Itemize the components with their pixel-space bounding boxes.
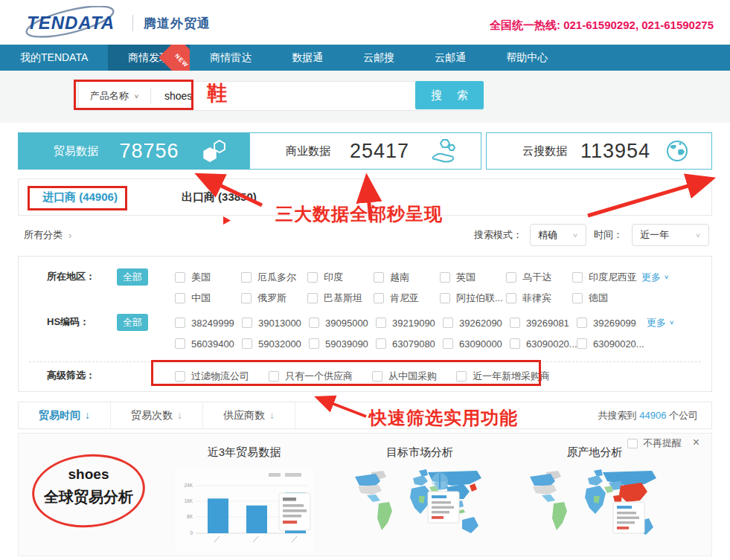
region-checkbox[interactable]: 巴基斯坦: [307, 288, 374, 309]
region-checkbox[interactable]: 英国: [440, 267, 506, 288]
hs-checkbox[interactable]: 39262090: [443, 312, 510, 333]
nav-item-mail-search[interactable]: 云邮搜: [343, 45, 414, 71]
hs-checkbox[interactable]: 59039090: [309, 333, 376, 354]
sort-trade-count[interactable]: 贸易次数↓: [111, 402, 203, 428]
chevron-down-icon: ∨: [134, 93, 139, 100]
checkbox[interactable]: [572, 272, 583, 283]
nav-item-data[interactable]: 数据通: [272, 45, 343, 71]
nav-item-discovery[interactable]: 商情发现 NEW: [108, 45, 190, 71]
brand-name: 腾道外贸通: [144, 15, 211, 32]
region-all-button[interactable]: 全部: [117, 268, 148, 286]
nav-item-my-tendata[interactable]: 我的TENDATA: [0, 45, 108, 71]
search-button[interactable]: 搜 索: [415, 81, 484, 109]
checkbox[interactable]: [307, 293, 318, 303]
advanced-checkbox[interactable]: 只有一个供应商: [269, 366, 353, 387]
region-checkbox[interactable]: 菲律宾: [506, 288, 572, 309]
hs-checkbox[interactable]: 39219090: [376, 312, 443, 333]
checkbox[interactable]: [307, 272, 318, 283]
checkbox[interactable]: [456, 371, 467, 382]
search-mode-label: 搜索模式：: [474, 228, 522, 242]
region-checkbox[interactable]: 阿拉伯联...: [440, 288, 506, 309]
sort-supplier-count[interactable]: 供应商数↓: [203, 402, 295, 428]
region-checkbox[interactable]: 印度尼西亚: [572, 267, 638, 288]
region-checkbox[interactable]: 乌干达: [506, 267, 572, 288]
checkbox[interactable]: [372, 371, 382, 382]
search-mode-select[interactable]: 精确 ∨: [530, 224, 586, 246]
checkbox[interactable]: [577, 318, 587, 328]
checkbox[interactable]: [241, 293, 252, 303]
region-checkbox[interactable]: 美国: [175, 267, 241, 288]
breadcrumb[interactable]: 所有分类 ›: [24, 228, 71, 242]
card-business-data[interactable]: 商业数据 25417: [249, 132, 481, 170]
region-checkbox[interactable]: 越南: [374, 267, 440, 288]
hs-checkbox[interactable]: 63090020...: [577, 333, 644, 354]
hs-checkbox[interactable]: 63090000: [443, 333, 510, 354]
checkbox[interactable]: [510, 338, 520, 349]
hs-checkbox[interactable]: 63090020...: [510, 333, 577, 354]
region-checkbox[interactable]: 印度: [307, 267, 374, 288]
checkbox-label: 近一年新增采购商: [473, 370, 550, 383]
tab-importers[interactable]: 进口商 (44906): [42, 190, 118, 205]
checkbox[interactable]: [506, 293, 516, 303]
checkbox[interactable]: [510, 318, 520, 328]
hs-checkbox[interactable]: 39013000: [242, 312, 309, 333]
region-checkbox[interactable]: 厄瓜多尔: [241, 267, 307, 288]
time-select[interactable]: 近一年 ∨: [632, 224, 709, 246]
checkbox-label: 59032000: [258, 338, 301, 350]
checkbox[interactable]: [242, 338, 252, 349]
search-category-dropdown[interactable]: 产品名称 ∨: [79, 89, 150, 103]
region-checkbox[interactable]: 中国: [175, 288, 241, 309]
hs-checkbox[interactable]: 63079080: [376, 333, 443, 354]
close-icon[interactable]: ×: [693, 436, 699, 449]
checkbox[interactable]: [241, 272, 252, 283]
trade-3y-bar-chart: 24K 16K 8K 0: [175, 466, 313, 551]
hs-checkbox[interactable]: 56039400: [175, 333, 242, 354]
logo[interactable]: TENDATA 腾道外贸通: [21, 5, 214, 41]
checkbox[interactable]: [175, 338, 185, 349]
time-label: 时间：: [594, 228, 623, 242]
region-more-link[interactable]: 更多∨: [641, 267, 669, 288]
checkbox[interactable]: [309, 338, 319, 349]
checkbox[interactable]: [374, 272, 384, 283]
checkbox[interactable]: [309, 318, 319, 328]
checkbox[interactable]: [175, 371, 185, 382]
advanced-checkbox[interactable]: 近一年新增采购商: [456, 366, 550, 387]
checkbox[interactable]: [572, 293, 583, 303]
checkbox[interactable]: [376, 318, 386, 328]
region-checkbox[interactable]: 德国: [572, 288, 638, 309]
checkbox-label: 英国: [456, 271, 476, 284]
hs-checkbox[interactable]: 39269081: [510, 312, 577, 333]
checkbox[interactable]: [175, 318, 185, 328]
card-cloud-search-data[interactable]: 云搜数据 113954: [486, 132, 712, 170]
hs-checkbox[interactable]: 39095000: [309, 312, 376, 333]
nav-item-mail[interactable]: 云邮通: [414, 45, 486, 71]
sort-trade-time[interactable]: 贸易时间↓: [19, 402, 111, 428]
checkbox[interactable]: [506, 272, 516, 283]
advanced-checkbox[interactable]: 过滤物流公司: [175, 366, 249, 387]
tab-exporters[interactable]: 出口商 (33850): [182, 190, 257, 205]
checkbox[interactable]: [577, 338, 587, 349]
checkbox[interactable]: [440, 272, 450, 283]
checkbox[interactable]: [440, 293, 450, 303]
advanced-checkbox[interactable]: 从中国采购: [372, 366, 437, 387]
checkbox[interactable]: [374, 293, 384, 303]
checkbox[interactable]: [376, 338, 386, 349]
checkbox[interactable]: [242, 318, 252, 328]
checkbox[interactable]: [175, 293, 185, 303]
card-value: 113954: [567, 140, 664, 163]
region-checkbox[interactable]: 肯尼亚: [374, 288, 440, 309]
hs-checkbox[interactable]: 39269099: [577, 312, 644, 333]
nav-item-radar[interactable]: 商情雷达: [190, 45, 272, 71]
hs-checkbox[interactable]: 38249999: [175, 312, 242, 333]
nav-item-help[interactable]: 帮助中心: [486, 45, 568, 71]
checkbox[interactable]: [443, 318, 453, 328]
hs-all-button[interactable]: 全部: [117, 314, 148, 331]
hs-checkbox[interactable]: 59032000: [242, 333, 309, 354]
region-checkbox[interactable]: 俄罗斯: [241, 288, 307, 309]
card-trade-data[interactable]: 贸易数据 78756: [18, 132, 249, 170]
checkbox[interactable]: [443, 338, 453, 349]
checkbox[interactable]: [269, 371, 279, 382]
checkbox[interactable]: [175, 272, 185, 283]
hs-more-link[interactable]: 更多∨: [647, 312, 674, 333]
checkbox-label: 38249999: [191, 318, 234, 329]
